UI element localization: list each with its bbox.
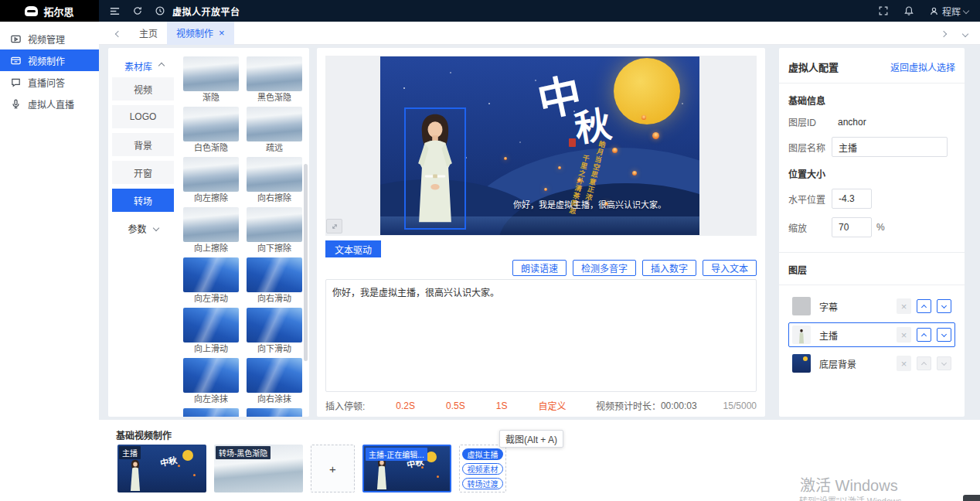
- import-text-button[interactable]: 导入文本: [703, 260, 757, 276]
- insert-transition-button[interactable]: 转场过渡: [462, 478, 503, 489]
- chevron-up-icon: [158, 63, 165, 69]
- layer-row-anchor[interactable]: 主播 ×: [788, 322, 955, 347]
- timeline-title: 基础视频制作: [116, 428, 172, 441]
- layer-name-input[interactable]: [832, 137, 948, 157]
- chevron-down-icon: [152, 225, 158, 231]
- bell-icon[interactable]: [903, 5, 914, 16]
- transition-item[interactable]: 黑色渐隐: [247, 56, 302, 103]
- video-subtitle: 你好，我是虚拟主播，很高兴认识大家。: [513, 198, 666, 210]
- sidebar-item-virtual-live[interactable]: 虚拟人直播: [0, 93, 99, 114]
- insert-video-material-button[interactable]: 视频素材: [462, 463, 503, 475]
- sidebar-item-live-qa[interactable]: 直播问答: [0, 71, 99, 93]
- clip-anchor-editing[interactable]: 主播-正在编辑... 中秋: [362, 445, 451, 492]
- windows-activation-watermark: 激活 Windows: [800, 473, 898, 496]
- sidebar-item-video-manage[interactable]: 视频管理: [0, 28, 99, 49]
- transition-thumbnail: [183, 107, 239, 141]
- tab-text-drive[interactable]: 文本驱动: [325, 240, 381, 257]
- pause-0.5s-button[interactable]: 0.5S: [446, 400, 465, 411]
- add-clip-button[interactable]: +: [311, 445, 355, 492]
- clip-label: 主播: [119, 446, 141, 459]
- material-category-logo[interactable]: LOGO: [112, 105, 174, 128]
- transition-item[interactable]: 向左滑动: [183, 257, 239, 304]
- virtual-anchor-figure: [373, 457, 390, 491]
- material-category-window[interactable]: 开窗: [112, 161, 174, 184]
- move-layer-up-button[interactable]: [917, 328, 931, 342]
- lantern-decoration: [421, 466, 424, 469]
- video-preview: 中 秋 皓月当空思意正浓 千里之外清茶寄思: [380, 56, 699, 235]
- detect-polyphone-button[interactable]: 检测多音字: [573, 260, 636, 276]
- tab-video-produce[interactable]: 视频制作 ×: [167, 22, 234, 45]
- insert-number-button[interactable]: 插入数字: [642, 260, 696, 276]
- user-icon: [929, 6, 939, 16]
- text-footer: 插入停顿: 0.2S 0.5S 1S 自定义 视频预计时长： 00:00:03 …: [325, 399, 757, 412]
- transition-item[interactable]: 向左擦除: [183, 157, 239, 203]
- video-produce-icon: [10, 55, 22, 66]
- char-counter: 15/5000: [723, 400, 757, 411]
- materials-scrollbar[interactable]: [304, 164, 308, 361]
- delete-layer-icon[interactable]: ×: [897, 327, 911, 343]
- transition-item[interactable]: [247, 408, 302, 417]
- transition-item[interactable]: 向上擦除: [183, 207, 239, 254]
- history-icon[interactable]: [155, 5, 165, 16]
- tabs-scroll-left-icon[interactable]: [116, 28, 121, 39]
- move-layer-down-button[interactable]: [937, 328, 951, 342]
- transition-item[interactable]: 向下擦除: [247, 207, 302, 254]
- caret-down-icon: [963, 8, 969, 14]
- divider: [779, 252, 965, 253]
- sidebar-item-video-produce[interactable]: 视频制作: [0, 49, 99, 71]
- layer-thumbnail: [792, 297, 811, 315]
- clip-anchor[interactable]: 主播 中秋: [117, 445, 206, 492]
- transition-thumbnail: [183, 157, 239, 192]
- collapse-icon[interactable]: [109, 5, 121, 17]
- transition-item[interactable]: 向右擦除: [247, 157, 302, 203]
- layer-row-background[interactable]: 底层背景 ×: [788, 351, 955, 376]
- materials-params-toggle[interactable]: 参数: [112, 216, 174, 240]
- basic-info-section-title: 基础信息: [788, 94, 955, 107]
- material-category-transition[interactable]: 转场: [112, 189, 174, 212]
- transition-thumbnail: [183, 408, 239, 417]
- refresh-icon[interactable]: [132, 5, 143, 16]
- insert-clip-menu: 虚拟主播 视频素材 转场过渡: [459, 445, 506, 492]
- materials-root-toggle[interactable]: 素材库: [112, 54, 176, 77]
- transition-item[interactable]: 向左涂抹: [183, 358, 239, 404]
- tabs-menu-icon[interactable]: [963, 28, 968, 39]
- clip-label: 主播-正在编辑...: [366, 448, 427, 461]
- move-layer-down-button[interactable]: [937, 299, 951, 313]
- scale-input[interactable]: [832, 217, 872, 237]
- anchor-selection-box[interactable]: [404, 107, 466, 230]
- lantern-decoration: [641, 115, 646, 120]
- layer-row-subtitle[interactable]: 字幕 ×: [788, 294, 955, 319]
- transition-item[interactable]: 向上滑动: [183, 308, 239, 354]
- pause-1s-button[interactable]: 1S: [496, 400, 508, 411]
- transition-item[interactable]: 向右涂抹: [247, 358, 302, 404]
- script-textarea[interactable]: 你好，我是虚拟主播，很高兴认识大家。: [325, 279, 757, 392]
- tab-close-icon[interactable]: ×: [219, 28, 225, 38]
- transition-thumbnail: [247, 56, 302, 91]
- delete-layer-icon[interactable]: ×: [897, 356, 911, 371]
- horizontal-position-input[interactable]: [832, 189, 872, 209]
- expand-preview-button[interactable]: [326, 219, 342, 233]
- layer-id-label: 图层ID: [788, 115, 832, 128]
- transition-item[interactable]: 向右滑动: [247, 257, 302, 304]
- pause-0.2s-button[interactable]: 0.2S: [396, 400, 415, 411]
- pause-custom-button[interactable]: 自定义: [538, 399, 566, 412]
- delete-layer-icon[interactable]: ×: [897, 298, 911, 314]
- moon-decoration: [426, 452, 437, 462]
- material-category-video[interactable]: 视频: [112, 77, 174, 101]
- transition-item[interactable]: 白色渐隐: [183, 107, 239, 153]
- transition-thumbnail: [183, 257, 239, 292]
- read-speed-button[interactable]: 朗读语速: [512, 260, 567, 276]
- transition-item[interactable]: [183, 408, 239, 417]
- transition-item[interactable]: 疏远: [247, 107, 302, 153]
- insert-virtual-anchor-button[interactable]: 虚拟主播: [462, 448, 503, 460]
- move-layer-up-button[interactable]: [917, 299, 931, 313]
- tabs-scroll-right-icon[interactable]: [941, 28, 946, 39]
- user-menu[interactable]: 程辉: [929, 5, 968, 18]
- fullscreen-icon[interactable]: [878, 5, 889, 16]
- transition-item[interactable]: 渐隐: [183, 56, 239, 103]
- transition-item[interactable]: 向下滑动: [247, 308, 302, 354]
- back-to-avatar-select-link[interactable]: 返回虚拟人选择: [890, 60, 955, 73]
- tab-home[interactable]: 主页: [130, 22, 167, 45]
- clip-transition[interactable]: 转场-黑色渐隐: [214, 445, 303, 492]
- material-category-background[interactable]: 背景: [112, 133, 174, 156]
